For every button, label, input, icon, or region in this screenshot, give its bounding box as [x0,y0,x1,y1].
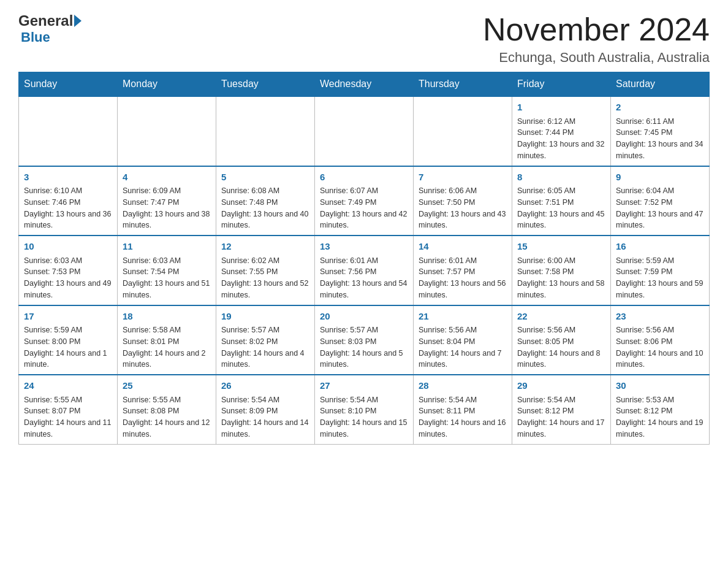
sunset-text: Sunset: 7:57 PM [419,267,475,276]
logo: General Blue [18,12,82,45]
calendar-cell: 5Sunrise: 6:08 AMSunset: 7:48 PMDaylight… [216,166,315,236]
calendar-header-row: Sunday Monday Tuesday Wednesday Thursday… [19,72,710,97]
calendar-cell: 28Sunrise: 5:54 AMSunset: 8:11 PMDayligh… [414,375,512,444]
calendar-cell: 7Sunrise: 6:06 AMSunset: 7:50 PMDaylight… [414,166,512,236]
sunrise-text: Sunrise: 6:07 AM [320,186,378,195]
calendar-week-row: 10Sunrise: 6:03 AMSunset: 7:53 PMDayligh… [19,236,710,305]
sunrise-text: Sunrise: 6:03 AM [123,256,181,265]
calendar-cell: 4Sunrise: 6:09 AMSunset: 7:47 PMDaylight… [118,166,216,236]
day-number: 17 [24,310,112,324]
calendar-cell: 15Sunrise: 6:00 AMSunset: 7:58 PMDayligh… [512,236,611,305]
page-header: General Blue November 2024 Echunga, Sout… [18,12,710,66]
day-number: 19 [221,310,309,324]
sunrise-text: Sunrise: 6:00 AM [517,256,575,265]
sunset-text: Sunset: 8:12 PM [616,407,672,415]
sunrise-text: Sunrise: 5:54 AM [419,396,477,404]
sunset-text: Sunset: 7:45 PM [616,128,672,137]
sunset-text: Sunset: 7:52 PM [616,198,672,207]
daylight-text: Daylight: 13 hours and 52 minutes. [221,279,308,299]
logo-general: General [18,12,73,29]
col-friday: Friday [512,72,611,97]
col-thursday: Thursday [414,72,512,97]
calendar-cell: 30Sunrise: 5:53 AMSunset: 8:12 PMDayligh… [611,375,710,444]
daylight-text: Daylight: 14 hours and 5 minutes. [320,349,403,369]
sunrise-text: Sunrise: 6:01 AM [419,256,477,265]
daylight-text: Daylight: 14 hours and 15 minutes. [320,418,407,439]
day-number: 4 [123,170,211,185]
day-number: 10 [24,240,112,254]
sunrise-text: Sunrise: 5:57 AM [320,326,378,334]
day-number: 1 [517,101,605,115]
day-number: 27 [320,379,408,393]
daylight-text: Daylight: 14 hours and 8 minutes. [517,349,601,369]
day-number: 7 [419,170,507,185]
sunset-text: Sunset: 7:51 PM [517,198,574,207]
title-block: November 2024 Echunga, South Australia, … [483,12,710,66]
day-number: 12 [221,240,309,254]
daylight-text: Daylight: 13 hours and 51 minutes. [123,279,210,299]
calendar-cell: 8Sunrise: 6:05 AMSunset: 7:51 PMDaylight… [512,166,611,236]
calendar-cell: 25Sunrise: 5:55 AMSunset: 8:08 PMDayligh… [118,375,216,444]
sunset-text: Sunset: 8:08 PM [123,407,179,415]
day-number: 24 [24,379,112,393]
sunset-text: Sunset: 7:46 PM [24,198,80,207]
calendar-cell: 1Sunrise: 6:12 AMSunset: 7:44 PMDaylight… [512,96,611,166]
sunset-text: Sunset: 8:09 PM [221,407,278,415]
day-number: 2 [616,101,704,115]
col-wednesday: Wednesday [315,72,414,97]
sunrise-text: Sunrise: 5:56 AM [517,326,575,334]
daylight-text: Daylight: 13 hours and 59 minutes. [616,279,703,299]
sunrise-text: Sunrise: 6:04 AM [616,186,674,195]
calendar-cell: 20Sunrise: 5:57 AMSunset: 8:03 PMDayligh… [315,305,414,375]
calendar-cell [19,96,118,166]
calendar-week-row: 24Sunrise: 5:55 AMSunset: 8:07 PMDayligh… [19,375,710,444]
sunset-text: Sunset: 8:11 PM [419,407,475,415]
daylight-text: Daylight: 13 hours and 56 minutes. [419,279,506,299]
day-number: 16 [616,240,704,254]
day-number: 29 [517,379,605,393]
sunset-text: Sunset: 7:47 PM [123,198,179,207]
sunrise-text: Sunrise: 6:06 AM [419,186,477,195]
sunrise-text: Sunrise: 5:53 AM [616,396,674,404]
calendar-cell: 11Sunrise: 6:03 AMSunset: 7:54 PMDayligh… [118,236,216,305]
daylight-text: Daylight: 13 hours and 38 minutes. [123,210,210,230]
daylight-text: Daylight: 14 hours and 2 minutes. [123,349,206,369]
sunrise-text: Sunrise: 5:54 AM [221,396,279,404]
daylight-text: Daylight: 13 hours and 54 minutes. [320,279,407,299]
sunset-text: Sunset: 8:06 PM [616,337,672,346]
daylight-text: Daylight: 13 hours and 45 minutes. [517,210,604,230]
daylight-text: Daylight: 14 hours and 16 minutes. [419,418,506,439]
calendar-cell: 29Sunrise: 5:54 AMSunset: 8:12 PMDayligh… [512,375,611,444]
calendar-cell [216,96,315,166]
calendar-table: Sunday Monday Tuesday Wednesday Thursday… [18,72,710,445]
day-number: 14 [419,240,507,254]
daylight-text: Daylight: 14 hours and 7 minutes. [419,349,502,369]
sunrise-text: Sunrise: 5:55 AM [123,396,181,404]
sunrise-text: Sunrise: 5:56 AM [616,326,674,334]
sunset-text: Sunset: 8:03 PM [320,337,376,346]
sunrise-text: Sunrise: 5:55 AM [24,396,82,404]
daylight-text: Daylight: 14 hours and 1 minute. [24,349,107,369]
sunset-text: Sunset: 7:53 PM [24,267,80,276]
calendar-cell: 14Sunrise: 6:01 AMSunset: 7:57 PMDayligh… [414,236,512,305]
sunset-text: Sunset: 7:54 PM [123,267,179,276]
sunset-text: Sunset: 7:48 PM [221,198,278,207]
sunrise-text: Sunrise: 5:59 AM [24,326,82,334]
calendar-cell: 2Sunrise: 6:11 AMSunset: 7:45 PMDaylight… [611,96,710,166]
day-number: 26 [221,379,309,393]
daylight-text: Daylight: 13 hours and 43 minutes. [419,210,506,230]
sunrise-text: Sunrise: 5:54 AM [517,396,575,404]
sunrise-text: Sunrise: 6:03 AM [24,256,82,265]
month-title: November 2024 [483,12,710,47]
sunset-text: Sunset: 7:49 PM [320,198,376,207]
calendar-cell: 9Sunrise: 6:04 AMSunset: 7:52 PMDaylight… [611,166,710,236]
calendar-cell: 22Sunrise: 5:56 AMSunset: 8:05 PMDayligh… [512,305,611,375]
day-number: 25 [123,379,211,393]
daylight-text: Daylight: 13 hours and 34 minutes. [616,140,703,160]
calendar-cell: 23Sunrise: 5:56 AMSunset: 8:06 PMDayligh… [611,305,710,375]
day-number: 3 [24,170,112,185]
day-number: 11 [123,240,211,254]
sunrise-text: Sunrise: 6:02 AM [221,256,279,265]
sunrise-text: Sunrise: 5:58 AM [123,326,181,334]
day-number: 28 [419,379,507,393]
